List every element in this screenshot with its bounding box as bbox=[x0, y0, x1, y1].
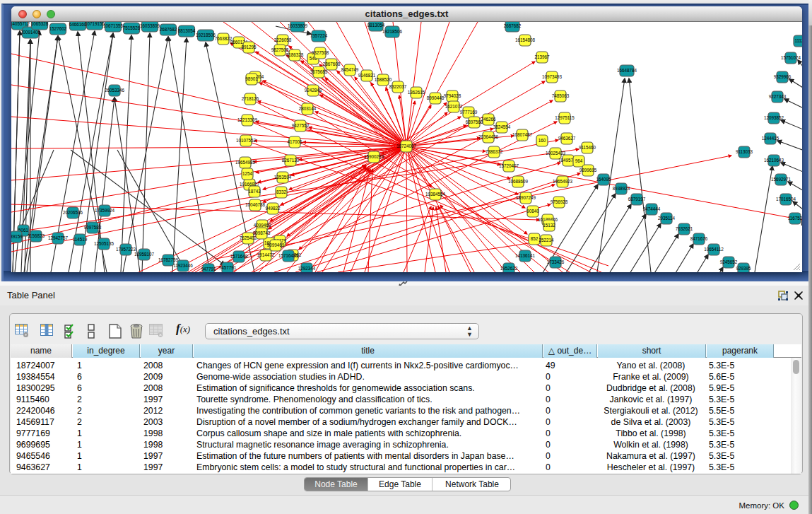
svg-text:11923446: 11923446 bbox=[173, 263, 193, 268]
svg-text:9098743: 9098743 bbox=[253, 230, 271, 235]
svg-text:16210643: 16210643 bbox=[764, 158, 784, 163]
svg-text:9227343: 9227343 bbox=[769, 94, 787, 99]
svg-text:9777169: 9777169 bbox=[460, 110, 478, 115]
svg-text:929395: 929395 bbox=[736, 266, 751, 271]
svg-text:20091406: 20091406 bbox=[20, 30, 41, 35]
svg-text:9756928: 9756928 bbox=[551, 199, 568, 204]
svg-text:17359924: 17359924 bbox=[95, 208, 115, 213]
svg-text:891295: 891295 bbox=[241, 45, 257, 49]
svg-text:8454749: 8454749 bbox=[341, 67, 359, 72]
svg-text:19654923: 19654923 bbox=[553, 179, 573, 184]
svg-text:9097588: 9097588 bbox=[84, 225, 102, 230]
svg-text:15720407: 15720407 bbox=[499, 163, 519, 168]
svg-text:3824554: 3824554 bbox=[493, 124, 511, 129]
svg-text:8938923: 8938923 bbox=[613, 186, 630, 191]
svg-text:9794028: 9794028 bbox=[444, 93, 461, 98]
svg-text:852: 852 bbox=[531, 236, 539, 241]
svg-text:947791: 947791 bbox=[201, 267, 216, 271]
svg-text:164095: 164095 bbox=[596, 177, 611, 182]
svg-text:14136141: 14136141 bbox=[515, 253, 536, 258]
svg-text:16033809: 16033809 bbox=[288, 23, 308, 28]
svg-text:8813054: 8813054 bbox=[367, 23, 385, 28]
svg-text:18743: 18743 bbox=[248, 189, 261, 194]
svg-text:9463627: 9463627 bbox=[558, 136, 576, 141]
svg-text:1914472: 1914472 bbox=[257, 252, 275, 257]
svg-text:10654112: 10654112 bbox=[704, 247, 724, 252]
svg-text:7515526: 7515526 bbox=[123, 25, 141, 30]
svg-text:20364436: 20364436 bbox=[478, 134, 499, 139]
svg-text:9327508: 9327508 bbox=[312, 50, 329, 55]
svg-text:10958107: 10958107 bbox=[134, 252, 155, 257]
svg-text:16033809: 16033809 bbox=[140, 23, 160, 28]
svg-text:10719155: 10719155 bbox=[85, 22, 105, 26]
svg-text:9899695: 9899695 bbox=[579, 168, 597, 173]
svg-text:746266: 746266 bbox=[481, 117, 496, 122]
svg-text:3226058: 3226058 bbox=[274, 37, 292, 42]
svg-text:9427552: 9427552 bbox=[292, 123, 310, 128]
svg-text:964: 964 bbox=[575, 158, 583, 163]
svg-text:2687682: 2687682 bbox=[504, 23, 522, 28]
svg-text:9115460: 9115460 bbox=[579, 145, 596, 150]
svg-text:8990448: 8990448 bbox=[427, 95, 445, 100]
svg-text:8813054: 8813054 bbox=[178, 28, 196, 33]
svg-text:19218506: 19218506 bbox=[382, 29, 403, 34]
svg-text:18907249: 18907249 bbox=[516, 195, 536, 200]
svg-text:10807487: 10807487 bbox=[512, 132, 533, 137]
svg-text:1952622: 1952622 bbox=[500, 266, 518, 271]
svg-text:18724007: 18724007 bbox=[396, 144, 417, 148]
svg-text:949822: 949822 bbox=[265, 206, 281, 211]
svg-text:417006: 417006 bbox=[287, 139, 302, 144]
svg-text:8186328: 8186328 bbox=[286, 52, 304, 57]
svg-text:19218506: 19218506 bbox=[196, 33, 216, 37]
svg-text:6879197: 6879197 bbox=[628, 197, 646, 201]
svg-text:17016504: 17016504 bbox=[776, 197, 796, 201]
svg-text:98901: 98901 bbox=[245, 76, 258, 81]
svg-text:19654985: 19654985 bbox=[235, 160, 256, 165]
svg-text:2718126: 2718126 bbox=[242, 96, 259, 101]
svg-text:1254: 1254 bbox=[242, 171, 253, 176]
svg-text:10973493: 10973493 bbox=[542, 74, 563, 79]
svg-text:1362615: 1362615 bbox=[408, 90, 425, 95]
svg-text:15692971: 15692971 bbox=[771, 177, 792, 182]
svg-text:12505135: 12505135 bbox=[94, 241, 114, 246]
svg-text:114519: 114519 bbox=[73, 237, 88, 242]
svg-text:9245652: 9245652 bbox=[720, 259, 738, 264]
svg-text:2867608: 2867608 bbox=[323, 62, 341, 66]
svg-text:2687682: 2687682 bbox=[160, 27, 177, 32]
svg-text:8471676: 8471676 bbox=[690, 236, 708, 241]
svg-text:9457791: 9457791 bbox=[219, 265, 237, 270]
svg-text:10046788: 10046788 bbox=[245, 202, 266, 207]
svg-text:12975115: 12975115 bbox=[555, 115, 575, 120]
svg-text:2935114: 2935114 bbox=[658, 216, 676, 221]
svg-text:10025433: 10025433 bbox=[546, 151, 566, 156]
svg-text:10107552: 10107552 bbox=[236, 138, 257, 143]
svg-text:160: 160 bbox=[539, 138, 546, 143]
svg-text:9099469: 9099469 bbox=[267, 243, 285, 247]
svg-text:2803144: 2803144 bbox=[299, 106, 317, 111]
svg-text:16782759: 16782759 bbox=[158, 257, 179, 262]
svg-text:6897568: 6897568 bbox=[466, 119, 483, 124]
svg-text:3675685: 3675685 bbox=[310, 69, 328, 74]
svg-text:7386372: 7386372 bbox=[486, 149, 503, 154]
svg-text:1353594: 1353594 bbox=[274, 175, 292, 180]
svg-text:1733426: 1733426 bbox=[547, 259, 565, 264]
svg-text:10688609: 10688609 bbox=[508, 179, 529, 184]
svg-text:12093852: 12093852 bbox=[764, 115, 784, 120]
svg-text:252214: 252214 bbox=[539, 238, 554, 243]
svg-text:8332: 8332 bbox=[276, 189, 287, 194]
svg-text:213967: 213967 bbox=[534, 54, 550, 59]
svg-text:7485063: 7485063 bbox=[552, 93, 570, 98]
svg-text:9113033: 9113033 bbox=[736, 149, 753, 154]
svg-text:1065328: 1065328 bbox=[31, 22, 49, 26]
svg-text:7625402: 7625402 bbox=[240, 235, 257, 240]
svg-text:26053346: 26053346 bbox=[105, 88, 125, 93]
svg-text:15716485: 15716485 bbox=[278, 253, 299, 258]
svg-text:1527602: 1527602 bbox=[49, 26, 67, 31]
svg-text:4099469: 4099469 bbox=[254, 223, 271, 228]
svg-text:1112: 1112 bbox=[794, 38, 802, 43]
svg-text:15900293: 15900293 bbox=[364, 154, 384, 159]
svg-text:90840: 90840 bbox=[526, 209, 539, 214]
svg-text:9242848: 9242848 bbox=[305, 88, 322, 93]
svg-text:19384554: 19384554 bbox=[425, 192, 446, 197]
svg-text:9827508: 9827508 bbox=[271, 47, 289, 52]
